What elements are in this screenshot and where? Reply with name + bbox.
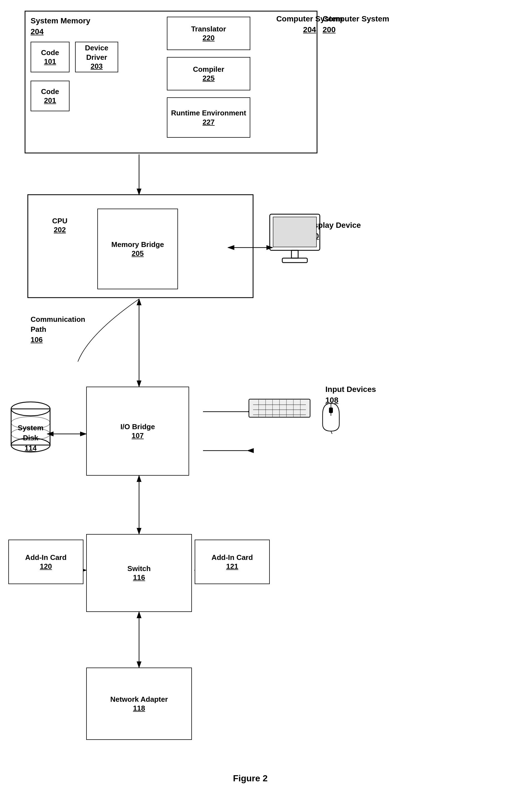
- arrows-svg: [0, 0, 532, 793]
- code-201-box: Code 201: [31, 81, 70, 111]
- io-bridge-box: I/O Bridge 107: [86, 386, 189, 476]
- computer-system-outer-label: Computer System 200: [323, 13, 390, 35]
- cpu-box: CPU 202: [32, 203, 88, 248]
- svg-rect-37: [329, 408, 333, 413]
- svg-rect-16: [273, 217, 317, 247]
- svg-rect-17: [291, 250, 298, 258]
- translator-box: Translator 220: [167, 17, 250, 50]
- diagram-container: Computer System 204 200 System Memory 20…: [0, 0, 532, 793]
- system-disk-label: SystemDisk 114: [8, 423, 53, 453]
- network-adapter-box: Network Adapter 118: [86, 667, 192, 740]
- add-in-card-120-box: Add-In Card 120: [8, 540, 83, 584]
- keyboard-icon: [247, 398, 311, 420]
- add-in-card-121-box: Add-In Card 121: [195, 540, 270, 584]
- code-101-box: Code 101: [31, 42, 70, 72]
- mouse-icon: [320, 400, 342, 434]
- device-driver-box: Device Driver 203: [75, 42, 118, 72]
- figure-caption: Figure 2: [195, 773, 306, 783]
- runtime-env-box: Runtime Environment 227: [167, 97, 250, 138]
- switch-box: Switch 116: [86, 534, 192, 612]
- comm-path-label: CommunicationPath106: [31, 314, 85, 345]
- svg-rect-18: [282, 258, 307, 263]
- monitor-icon: [267, 211, 323, 267]
- compiler-box: Compiler 225: [167, 57, 250, 90]
- system-memory-label: System Memory 204: [31, 15, 90, 37]
- memory-bridge-box: Memory Bridge 205: [97, 209, 178, 289]
